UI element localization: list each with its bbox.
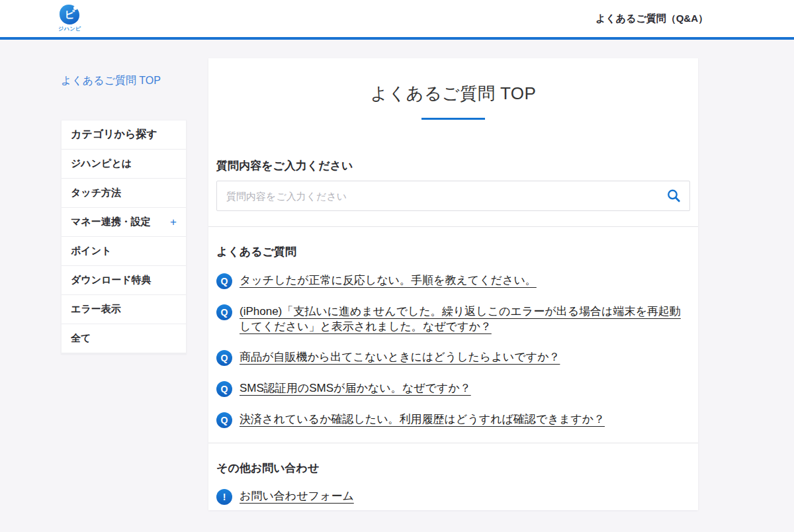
brand-logo[interactable]: ピ ジハンピ <box>58 5 81 32</box>
faq-item: Q 商品が自販機から出てこないときにはどうしたらよいですか？ <box>216 349 690 366</box>
search-input[interactable] <box>216 181 690 211</box>
sidebar-item-label: ポイント <box>71 245 111 257</box>
sidebar-item-label: 全て <box>71 332 91 345</box>
faq-question-link[interactable]: (iPhone)「支払いに進めませんでした。繰り返しこのエラーが出る場合は端末を… <box>240 304 690 335</box>
faq-question-link[interactable]: 商品が自販機から出てこないときにはどうしたらよいですか？ <box>240 349 560 365</box>
faq-question-link[interactable]: 決済されているか確認したい。利用履歴はどうすれば確認できますか？ <box>240 412 605 427</box>
sidebar-item-label: マネー連携・設定 <box>71 216 151 228</box>
page-title: よくあるご質問 TOP <box>208 82 698 105</box>
faq-question-link[interactable]: タッチしたが正常に反応しない。手順を教えてください。 <box>240 273 537 288</box>
contact-row: ! お問い合わせフォーム <box>216 488 690 505</box>
contact-form-link[interactable]: お問い合わせフォーム <box>240 488 354 504</box>
sidebar-item-download-bonus[interactable]: ダウンロード特典 <box>62 266 186 295</box>
category-menu-header: カテゴリから探す <box>62 120 186 150</box>
sidebar-item-all[interactable]: 全て <box>62 324 186 353</box>
sidebar-item-label: タッチ方法 <box>71 187 121 199</box>
question-icon: Q <box>216 304 232 320</box>
faq-question-link[interactable]: SMS認証用のSMSが届かない。なぜですか？ <box>240 380 471 396</box>
plus-icon[interactable]: + <box>170 216 177 228</box>
question-icon: Q <box>216 350 232 366</box>
sidebar-item-points[interactable]: ポイント <box>62 237 186 266</box>
sidebar-item-label: ダウンロード特典 <box>71 274 152 287</box>
question-icon: Q <box>216 273 232 289</box>
sidebar-item-label: ジハンピとは <box>71 157 132 170</box>
faq-item: Q SMS認証用のSMSが届かない。なぜですか？ <box>216 380 690 397</box>
search-section: 質問内容をご入力ください <box>208 158 698 211</box>
search-button[interactable] <box>664 186 684 206</box>
faq-item: Q 決済されているか確認したい。利用履歴はどうすれば確認できますか？ <box>216 412 690 428</box>
sidebar-item-error-display[interactable]: エラー表示 <box>62 295 186 324</box>
brand-logo-icon: ピ <box>60 5 79 24</box>
faq-section: よくあるご質問 Q タッチしたが正常に反応しない。手順を教えてください。 Q (… <box>208 244 698 428</box>
section-divider <box>208 443 698 443</box>
faq-item: Q タッチしたが正常に反応しない。手順を教えてください。 <box>216 273 690 289</box>
search-icon <box>666 188 682 204</box>
section-divider <box>208 226 698 227</box>
sidebar-item-label: エラー表示 <box>71 303 121 316</box>
exclamation-icon: ! <box>216 489 232 505</box>
logo-glyph: ピ <box>65 9 75 21</box>
faq-item: Q (iPhone)「支払いに進めませんでした。繰り返しこのエラーが出る場合は端… <box>216 304 690 335</box>
brand-name: ジハンピ <box>58 25 81 32</box>
search-box <box>216 181 690 211</box>
contact-section: その他お問い合わせ ! お問い合わせフォーム <box>208 461 698 505</box>
sidebar: よくあるご質問 TOP カテゴリから探す ジハンピとは タッチ方法 マネー連携・… <box>61 74 187 354</box>
sidebar-item-about[interactable]: ジハンピとは <box>62 150 186 179</box>
sidebar-top-link[interactable]: よくあるご質問 TOP <box>61 74 161 88</box>
question-icon: Q <box>216 412 232 428</box>
faq-list: Q タッチしたが正常に反応しない。手順を教えてください。 Q (iPhone)「… <box>216 273 690 428</box>
sidebar-item-money-link-settings[interactable]: マネー連携・設定 + <box>62 208 186 237</box>
search-label: 質問内容をご入力ください <box>216 158 690 173</box>
question-icon: Q <box>216 381 232 397</box>
title-accent-underline <box>421 118 485 120</box>
main-panel: よくあるご質問 TOP 質問内容をご入力ください よくあるご質問 Q タッチした… <box>208 58 698 510</box>
app-header: ピ ジハンピ よくあるご質問（Q&A） <box>0 0 794 40</box>
sidebar-item-touch-method[interactable]: タッチ方法 <box>62 179 186 208</box>
faq-heading: よくあるご質問 <box>216 244 690 259</box>
header-title: よくあるご質問（Q&A） <box>596 13 708 25</box>
contact-heading: その他お問い合わせ <box>216 461 690 476</box>
category-menu: カテゴリから探す ジハンピとは タッチ方法 マネー連携・設定 + ポイント ダウ… <box>61 120 187 354</box>
